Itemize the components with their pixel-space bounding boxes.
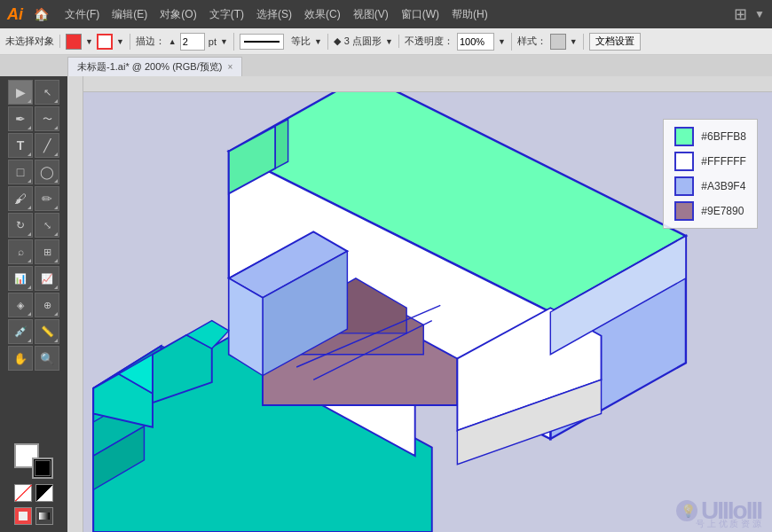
line-tool[interactable]: ╱ [35,133,59,158]
canvas-area[interactable]: #6BFFB8 #FFFFFF #A3B9F4 #9E7890 💡 U [67,76,772,532]
direct-select-icon: ↖ [43,87,51,98]
menu-view[interactable]: 视图(V) [348,5,394,24]
warp-icon: ⌕ [18,246,24,258]
rotate-tool[interactable]: ↻ [8,213,33,238]
app-logo: Ai [7,5,23,24]
tool-row-6: ↻ ⤡ [8,213,59,238]
legend-item-3: #A3B9F4 [674,176,746,196]
fill-stroke-group: ▼ ▼ [66,34,130,50]
scale-tool[interactable]: ⤡ [35,213,59,238]
legend-swatch-3 [674,176,694,196]
menu-help[interactable]: 帮助(H) [446,5,493,24]
type-icon: T [17,138,25,153]
tool-row-1: ▶ ↖ [8,80,59,105]
swap-colors-box[interactable] [35,484,53,502]
opacity-chevron-icon[interactable]: ▼ [498,37,506,46]
equal-chevron-icon[interactable]: ▼ [314,37,322,46]
svg-marker-28 [275,120,288,168]
color-mode-box[interactable] [14,507,32,525]
pen-icon: ✒ [15,112,26,126]
stroke-chevron-icon[interactable]: ▼ [116,37,124,46]
tool-row-8: 📊 📈 [8,266,59,291]
hand-icon: ✋ [13,352,28,365]
pencil-tool[interactable]: ✏ [35,186,59,211]
type-tool[interactable]: T [8,133,33,158]
color-legend: #6BFFB8 #FFFFFF #A3B9F4 #9E7890 [663,119,758,229]
curvature-icon: 〜 [43,113,52,126]
selection-group: 未选择对象 [5,35,60,48]
main-area: ▶ ↖ ✒ 〜 T ╱ [0,76,772,532]
bar-chart-icon: 📈 [41,273,53,285]
legend-item-4: #9E7890 [674,201,746,221]
layout-icon[interactable]: ⊞ [734,4,747,24]
tool-row-2: ✒ 〜 [8,106,59,131]
menu-object[interactable]: 对象(O) [154,5,201,24]
tool-row-3: T ╱ [8,133,59,158]
point-chevron-icon[interactable]: ▼ [385,37,393,46]
gradient-box[interactable] [35,507,53,525]
warp-tool[interactable]: ⌕ [8,239,33,264]
hand-tool[interactable]: ✋ [8,346,33,371]
horizontal-ruler [83,76,772,92]
document-tab[interactable]: 未标题-1.ai* @ 200% (RGB/预览) × [67,57,242,76]
curvature-tool[interactable]: 〜 [35,106,59,131]
mesh-icon: ⊕ [43,300,51,311]
menu-window[interactable]: 窗口(W) [396,5,445,24]
artboard[interactable]: #6BFFB8 #FFFFFF #A3B9F4 #9E7890 💡 U [83,92,772,532]
tool-row-7: ⌕ ⊞ [8,239,59,264]
direct-select-tool[interactable]: ↖ [35,80,59,105]
no-selection-label: 未选择对象 [5,35,54,48]
mesh-tool[interactable]: ⊕ [35,293,59,317]
stroke-label: 描边： [136,35,165,48]
scale-icon: ⤡ [43,220,51,231]
no-fill-box[interactable] [14,484,32,502]
legend-label-2: #FFFFFF [701,155,746,168]
opacity-group: 不透明度： ▼ [405,33,512,51]
chart-tool[interactable]: 📊 [8,266,33,291]
opacity-input[interactable] [457,33,494,51]
legend-label-3: #A3B9F4 [701,180,745,192]
stroke-unit-chevron[interactable]: ▼ [220,37,228,46]
paintbrush-tool[interactable]: 🖌 [8,186,33,211]
menu-text[interactable]: 文字(T) [204,5,249,24]
menu-select[interactable]: 选择(S) [251,5,297,24]
zoom-tool[interactable]: 🔍 [35,346,59,371]
eyedropper-tool[interactable]: 💉 [8,319,33,344]
stroke-color-box[interactable] [97,34,113,50]
pencil-icon: ✏ [42,192,52,206]
stroke-style-group: 等比 ▼ [240,34,328,50]
free-transform-tool[interactable]: ⊞ [35,239,59,264]
free-transform-icon: ⊞ [43,246,51,258]
fill-color-box[interactable] [66,34,82,50]
rect-tool[interactable]: □ [8,160,33,184]
stroke-preview[interactable] [240,34,284,50]
legend-swatch-2 [674,152,694,171]
fill-stroke-selector[interactable] [14,443,53,479]
point-shape-label: 3 点圆形 [344,35,382,48]
tool-row-9: ◈ ⊕ [8,293,59,317]
stroke-up-icon[interactable]: ▲ [169,37,177,46]
bar-chart-tool[interactable]: 📈 [35,266,59,291]
options-toolbar: 未选择对象 ▼ ▼ 描边： ▲ pt ▼ 等比 ▼ ◆ 3 点圆形 ▼ 不透明度… [0,28,772,55]
doc-settings-button[interactable]: 文档设置 [589,33,641,51]
ellipse-tool[interactable]: ◯ [35,160,59,184]
eyedropper-icon: 💉 [14,325,28,338]
expand-icon[interactable]: ▼ [754,8,765,20]
stroke-color-selector[interactable] [32,458,53,479]
menu-edit[interactable]: 编辑(E) [106,5,153,24]
menu-file[interactable]: 文件(F) [59,5,105,24]
select-icon: ▶ [16,85,26,99]
style-swatch[interactable] [550,34,566,50]
home-icon[interactable]: 🏠 [34,7,49,21]
tab-close-button[interactable]: × [227,62,232,72]
menu-effect[interactable]: 效果(C) [299,5,346,24]
tool-row-5: 🖌 ✏ [8,186,59,211]
fill-chevron-icon[interactable]: ▼ [85,37,93,46]
select-tool[interactable]: ▶ [8,80,33,105]
gradient-icon: ◈ [17,300,24,311]
gradient-tool[interactable]: ◈ [8,293,33,317]
measure-tool[interactable]: 📏 [35,319,59,344]
stroke-size-input[interactable] [180,33,205,51]
pen-tool[interactable]: ✒ [8,106,33,131]
style-chevron-icon[interactable]: ▼ [570,37,578,46]
